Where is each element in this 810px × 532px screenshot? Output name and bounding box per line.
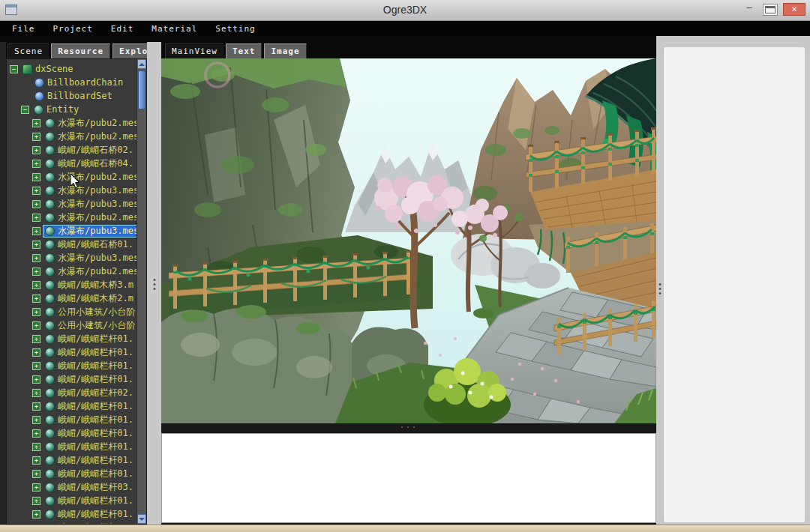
tree-item[interactable]: +峨嵋/峨嵋栏杆03. <box>7 480 136 494</box>
mesh-icon <box>45 267 55 276</box>
tree-item[interactable]: −Entity <box>7 103 136 116</box>
menu-item-edit[interactable]: Edit <box>111 24 134 34</box>
tree-item[interactable]: +峨嵋/峨嵋栏杆01. <box>7 453 136 467</box>
plus-expander-icon[interactable]: + <box>32 146 40 154</box>
tree-item[interactable]: +水瀑布/pubu3.mes <box>7 251 136 265</box>
plus-expander-icon[interactable]: + <box>32 133 40 141</box>
tree-item[interactable]: +公用小建筑/小台阶 <box>7 318 136 332</box>
plus-expander-icon[interactable]: + <box>32 456 40 465</box>
tab-text[interactable]: Text <box>226 43 262 58</box>
tree-item[interactable]: +峨嵋/峨嵋栏杆01. <box>7 467 136 480</box>
tree-item[interactable]: +峨嵋/峨嵋栏杆01. <box>7 494 136 507</box>
tree-item[interactable]: +水瀑布/pubu2.mes <box>7 116 136 130</box>
menu-item-file[interactable]: File <box>12 24 35 34</box>
titlebar[interactable]: Ogre3DX — × <box>0 0 810 21</box>
tree-item[interactable]: BillboardSet <box>7 89 136 103</box>
right-splitter[interactable] <box>656 46 663 523</box>
plus-expander-icon[interactable]: + <box>32 348 40 357</box>
tree-item[interactable]: +峨嵋/峨嵋栏杆01. <box>7 426 136 440</box>
tree-item[interactable]: +峨嵋/峨嵋栏杆01. <box>7 372 136 386</box>
plus-expander-icon[interactable]: + <box>32 321 40 330</box>
tree-item[interactable]: +水瀑布/pubu2.mes <box>7 211 136 224</box>
plus-expander-icon[interactable]: + <box>32 362 40 370</box>
menu-item-material[interactable]: Material <box>152 24 197 34</box>
plus-expander-icon[interactable]: + <box>32 173 40 181</box>
plus-expander-icon[interactable]: + <box>32 254 40 262</box>
viewport-3d-scene[interactable] <box>161 58 656 423</box>
tree-item-label: 公用小建筑/小台阶 <box>57 319 135 332</box>
scrollbar-thumb[interactable] <box>138 70 146 109</box>
minus-expander-icon[interactable]: − <box>10 65 18 73</box>
minus-expander-icon[interactable]: − <box>21 106 29 114</box>
tab-mainview[interactable]: MainView <box>165 43 224 58</box>
plus-expander-icon[interactable]: + <box>32 524 40 525</box>
plus-expander-icon[interactable]: + <box>32 416 40 424</box>
plus-expander-icon[interactable]: + <box>32 510 40 519</box>
plus-expander-icon[interactable]: + <box>32 483 40 492</box>
tree-item[interactable]: −dxScene <box>7 62 136 76</box>
left-splitter[interactable] <box>147 42 161 525</box>
tree-item[interactable]: +峨嵋/峨嵋石桥01. <box>7 238 136 251</box>
plus-expander-icon[interactable]: + <box>32 187 40 195</box>
tree-item[interactable]: +水瀑布/pubu2.mes <box>7 130 136 143</box>
menu-item-setting[interactable]: Setting <box>215 24 255 34</box>
tree-item[interactable]: +峨嵋/峨嵋木桥2.m <box>7 291 136 305</box>
tab-resource[interactable]: Resource <box>51 43 110 58</box>
plus-expander-icon[interactable]: + <box>32 402 40 411</box>
scroll-up-arrow-icon[interactable] <box>137 59 146 69</box>
tree-item[interactable]: +公用小建筑/小台阶 <box>7 305 136 318</box>
maximize-button[interactable] <box>763 4 778 16</box>
scrollbar-track[interactable] <box>137 69 146 514</box>
minimize-button[interactable]: — <box>741 3 758 16</box>
tree-item[interactable]: +水瀑布/pubu3.mes <box>7 197 136 211</box>
tab-scene[interactable]: Scene <box>8 43 49 58</box>
plus-expander-icon[interactable]: + <box>32 443 40 451</box>
window-title: Ogre3DX <box>0 4 810 16</box>
tree-item[interactable]: +峨嵋/峨嵋石桥04. <box>7 157 136 170</box>
plus-expander-icon[interactable]: + <box>32 470 40 478</box>
plus-expander-icon[interactable]: + <box>32 267 40 276</box>
tree-item-label: 水瀑布/pubu3.mes <box>57 252 136 265</box>
plus-expander-icon[interactable]: + <box>32 294 40 303</box>
tree-item[interactable]: +峨嵋/峨嵋石桥02. <box>7 143 136 157</box>
left-tab-strip: SceneResourceExplorer <box>6 42 147 58</box>
plus-expander-icon[interactable]: + <box>32 119 40 127</box>
tree-item[interactable]: BillboardChain <box>7 76 136 89</box>
tree-item[interactable]: +水瀑布/pubu3.mes <box>7 224 136 238</box>
viewport-3d[interactable] <box>161 58 656 423</box>
mesh-icon <box>45 213 55 223</box>
scroll-down-arrow-icon[interactable] <box>137 514 146 524</box>
plus-expander-icon[interactable]: + <box>32 308 40 316</box>
tree-item-label: 峨嵋/峨嵋石桥01. <box>57 238 134 251</box>
mesh-icon <box>45 132 55 142</box>
plus-expander-icon[interactable]: + <box>32 375 40 384</box>
tree-scrollbar[interactable] <box>136 59 146 524</box>
plus-expander-icon[interactable]: + <box>32 429 40 438</box>
plus-expander-icon[interactable]: + <box>32 241 40 249</box>
plus-expander-icon[interactable]: + <box>32 214 40 222</box>
tree-item[interactable]: +峨嵋/峨嵋栏杆01. <box>7 332 136 345</box>
close-button[interactable]: × <box>783 3 806 16</box>
plus-expander-icon[interactable]: + <box>32 227 40 235</box>
tree-item-label: BillboardChain <box>46 77 123 88</box>
tree-item[interactable]: +水瀑布/pubu2.mes <box>7 265 136 278</box>
tree-item[interactable]: +峨嵋/峨嵋栏杆01. <box>7 359 136 372</box>
tree-item[interactable]: +峨嵋/峨嵋栏杆01. <box>7 345 136 359</box>
plus-expander-icon[interactable]: + <box>32 497 40 505</box>
tree-item[interactable]: +峨嵋/峨嵋栏杆01 <box>7 521 136 524</box>
tree-item[interactable]: +峨嵋/峨嵋栏杆01. <box>7 440 136 453</box>
plus-expander-icon[interactable]: + <box>32 389 40 397</box>
tree-item[interactable]: +峨嵋/峨嵋栏杆02. <box>7 386 136 399</box>
plus-expander-icon[interactable]: + <box>32 281 40 289</box>
tree-item[interactable]: +峨嵋/峨嵋栏杆01. <box>7 399 136 413</box>
tab-image[interactable]: Image <box>264 43 306 58</box>
plus-expander-icon[interactable]: + <box>32 200 40 208</box>
tree-item[interactable]: +峨嵋/峨嵋木桥3.m <box>7 278 136 291</box>
mesh-icon <box>45 334 55 344</box>
horizontal-splitter[interactable]: ··· <box>161 423 656 433</box>
menu-item-project[interactable]: Project <box>53 24 93 34</box>
tree-item[interactable]: +峨嵋/峨嵋栏杆01. <box>7 413 136 426</box>
plus-expander-icon[interactable]: + <box>32 160 40 168</box>
plus-expander-icon[interactable]: + <box>32 335 40 343</box>
tree-item[interactable]: +峨嵋/峨嵋栏杆01. <box>7 507 136 521</box>
